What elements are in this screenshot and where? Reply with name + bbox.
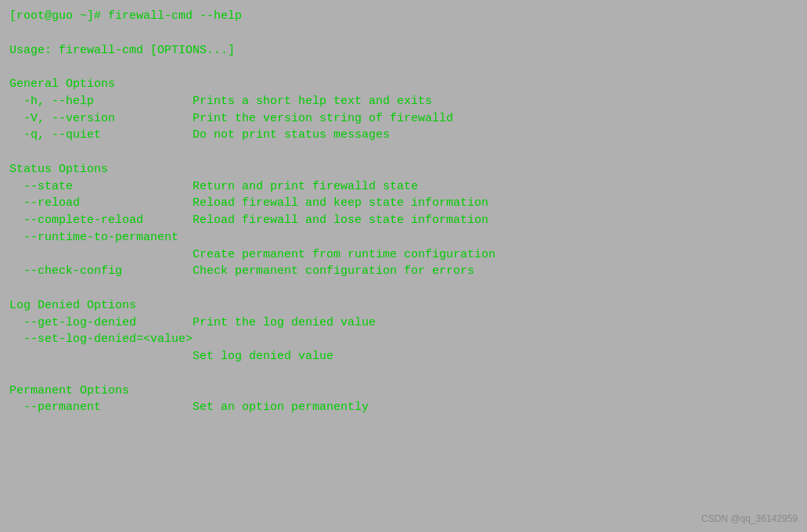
terminal-window: [root@guo ~]# firewall-cmd --help Usage:… <box>0 0 807 532</box>
terminal-content: [root@guo ~]# firewall-cmd --help Usage:… <box>9 8 798 416</box>
watermark: CSDN @qq_36142959 <box>701 513 798 524</box>
